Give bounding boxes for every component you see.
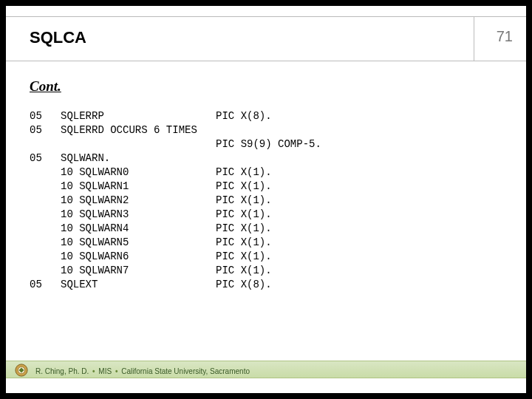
footer-org: California State University, Sacramento	[121, 367, 250, 375]
subtitle-cont: Cont.	[30, 78, 61, 95]
slide: SQLCA 71 Cont. 05 SQLERRP PIC X(8). 05 S…	[6, 6, 526, 393]
rule-vertical	[474, 16, 474, 61]
footer-dept: MIS	[98, 367, 112, 375]
code-line: 10 SQLWARN1 PIC X(1).	[30, 180, 272, 192]
bullet-icon: •	[91, 367, 97, 375]
footer-text: R. Ching, Ph. D. • MIS • California Stat…	[35, 367, 250, 375]
seal-icon	[15, 364, 28, 377]
code-line: 10 SQLWARN6 PIC X(1).	[30, 250, 272, 262]
code-line: 05 SQLEXT PIC X(8).	[30, 279, 272, 290]
rule-under-title	[6, 61, 526, 61]
bullet-icon: •	[114, 367, 120, 375]
code-line: 10 SQLWARN4 PIC X(1).	[30, 222, 272, 234]
code-line: 10 SQLWARN5 PIC X(1).	[30, 236, 272, 248]
page-number: 71	[497, 28, 513, 45]
slide-title: SQLCA	[30, 28, 86, 47]
rule-top	[6, 16, 526, 17]
code-line: PIC S9(9) COMP-5.	[30, 138, 321, 150]
code-block: 05 SQLERRP PIC X(8). 05 SQLERRD OCCURS 6…	[30, 109, 321, 292]
code-line: 05 SQLERRP PIC X(8).	[30, 110, 272, 122]
code-line: 05 SQLERRD OCCURS 6 TIMES	[30, 124, 197, 136]
code-line: 10 SQLWARN3 PIC X(1).	[30, 208, 272, 220]
code-line: 10 SQLWARN7 PIC X(1).	[30, 265, 272, 276]
code-line: 10 SQLWARN2 PIC X(1).	[30, 194, 272, 206]
code-line: 10 SQLWARN0 PIC X(1).	[30, 166, 272, 178]
footer-author: R. Ching, Ph. D.	[35, 367, 89, 375]
code-line: 05 SQLWARN.	[30, 152, 110, 164]
